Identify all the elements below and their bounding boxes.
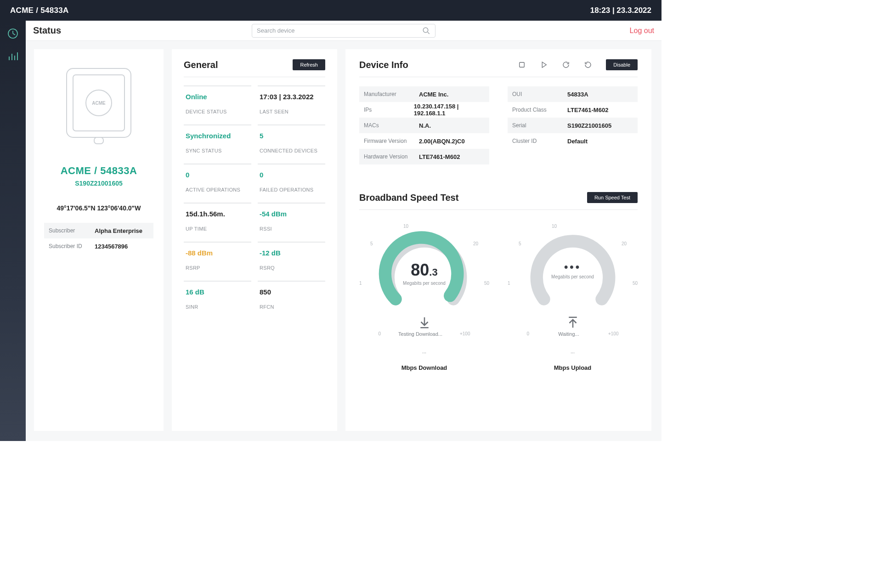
value: 1234567896 — [95, 243, 128, 250]
info-row: IPs10.230.147.158 | 192.168.1.1 — [359, 102, 489, 118]
value: Alpha Enterprise — [95, 227, 142, 234]
download-icon — [418, 316, 431, 329]
ul-placeholder: ••• — [508, 260, 638, 273]
tile-value: -12 dB — [260, 249, 323, 257]
status-tile: 16 dBSINR — [184, 281, 251, 313]
sync-icon[interactable] — [562, 61, 570, 69]
right-panel: Device Info Disable ManufacturerACME Inc… — [345, 49, 651, 431]
page-header: Status Log out — [26, 21, 662, 41]
breadcrumb: ACME / 54833A — [10, 6, 69, 15]
info-value: LTE7461-M602 — [567, 107, 608, 113]
dl-state: Testing Download... — [398, 331, 442, 337]
tile-label: FAILED OPERATIONS — [260, 187, 323, 192]
status-tile: OnlineDEVICE STATUS — [184, 85, 251, 118]
device-location: 49°17'06.5"N 123°06'40.0"W — [44, 204, 153, 212]
tile-value: -88 dBm — [186, 249, 249, 257]
tile-label: RSSI — [260, 226, 323, 232]
tile-value: 0 — [260, 171, 323, 179]
info-label: Hardware Version — [364, 153, 419, 160]
device-name: ACME / 54833A — [44, 165, 153, 177]
speed-title: Broadband Speed Test — [359, 192, 458, 203]
tick-50: 50 — [633, 281, 638, 286]
info-row: MACsN.A. — [359, 118, 489, 133]
info-label: OUI — [512, 91, 567, 97]
info-col-left: ManufacturerACME Inc.IPs10.230.147.158 |… — [359, 86, 489, 164]
general-title: General — [184, 60, 218, 70]
tile-value: -54 dBm — [260, 210, 323, 218]
top-bar: ACME / 54833A 18:23 | 23.3.2022 — [0, 0, 662, 21]
tile-label: RFCN — [260, 304, 323, 310]
tile-label: ACTIVE OPERATIONS — [186, 187, 249, 192]
refresh-button[interactable]: Refresh — [293, 59, 325, 70]
logout-link[interactable]: Log out — [630, 27, 654, 35]
device-illustration: ACME — [44, 64, 153, 147]
clock: 18:23 | 23.3.2022 — [590, 6, 651, 15]
tile-value: 5 — [260, 132, 323, 140]
tick-5: 5 — [519, 241, 521, 246]
nav-status-icon[interactable] — [7, 28, 18, 39]
tile-label: SYNC STATUS — [186, 148, 249, 153]
device-info-title: Device Info — [359, 60, 408, 70]
disable-button[interactable]: Disable — [606, 59, 638, 70]
info-value: LTE7461-M602 — [419, 153, 460, 160]
info-label: Product Class — [512, 107, 567, 113]
restart-icon[interactable] — [584, 61, 592, 69]
tile-label: RSRQ — [260, 265, 323, 271]
tile-label: LAST SEEN — [260, 109, 323, 114]
search-icon — [422, 27, 430, 35]
status-tile: -88 dBmRSRP — [184, 242, 251, 274]
info-row: Cluster IDDefault — [508, 133, 638, 149]
info-row: SerialS190Z21001605 — [508, 118, 638, 133]
info-value: S190Z21001605 — [567, 122, 611, 129]
tick-10: 10 — [552, 224, 557, 229]
dl-label: Mbps Download — [401, 364, 447, 371]
stop-icon[interactable] — [518, 61, 526, 69]
ul-label: Mbps Upload — [554, 364, 592, 371]
ul-unit: Megabits per second — [508, 274, 638, 279]
table-row: Subscriber Alpha Enterprise — [44, 223, 153, 238]
status-tile: 5CONNECTED DEVICES — [258, 124, 325, 157]
info-value: 54833A — [567, 91, 588, 98]
label: Subscriber ID — [49, 243, 95, 249]
search-input[interactable] — [257, 27, 422, 34]
tile-label: UP TIME — [186, 226, 249, 232]
play-icon[interactable] — [540, 61, 548, 69]
info-value: N.A. — [419, 122, 431, 129]
page-title: Status — [33, 25, 61, 36]
subscriber-table: Subscriber Alpha Enterprise Subscriber I… — [44, 223, 153, 254]
dl-frac: .3 — [429, 266, 437, 278]
tick-10: 10 — [403, 224, 408, 229]
run-speed-test-button[interactable]: Run Speed Test — [587, 192, 638, 203]
status-tiles: OnlineDEVICE STATUS17:03 | 23.3.2022LAST… — [184, 85, 325, 313]
status-tile: -12 dBRSRQ — [258, 242, 325, 274]
tile-value: Online — [186, 93, 249, 101]
dl-int: 80 — [411, 260, 429, 279]
tick-0: 0 — [379, 331, 381, 337]
tile-value: 0 — [186, 171, 249, 179]
tick-100: +100 — [608, 331, 619, 337]
status-tile: 850RFCN — [258, 281, 325, 313]
tick-0: 0 — [527, 331, 530, 337]
ul-state: Waiting... — [558, 331, 579, 337]
status-tile: SynchronizedSYNC STATUS — [184, 124, 251, 157]
tile-value: 16 dB — [186, 288, 249, 296]
status-tile: 0FAILED OPERATIONS — [258, 164, 325, 196]
dl-unit: Megabits per second — [359, 281, 489, 286]
info-label: Serial — [512, 122, 567, 129]
nav-analytics-icon[interactable] — [7, 51, 18, 62]
info-value: 10.230.147.158 | 192.168.1.1 — [414, 103, 485, 117]
general-panel: General Refresh OnlineDEVICE STATUS17:03… — [172, 49, 337, 431]
tile-label: CONNECTED DEVICES — [260, 148, 323, 153]
tick-5: 5 — [370, 241, 373, 246]
status-tile: -54 dBmRSSI — [258, 203, 325, 235]
info-row: ManufacturerACME Inc. — [359, 86, 489, 102]
download-gauge: 10 5 20 1 50 80.3 Megabits per second — [359, 222, 489, 371]
tick-100: +100 — [460, 331, 470, 337]
search-box[interactable] — [252, 24, 435, 38]
label: Subscriber — [49, 227, 95, 234]
info-label: IPs — [364, 107, 414, 113]
info-label: MACs — [364, 122, 419, 129]
tile-value: Synchronized — [186, 132, 249, 140]
svg-point-1 — [423, 28, 428, 33]
svg-rect-6 — [520, 62, 525, 68]
